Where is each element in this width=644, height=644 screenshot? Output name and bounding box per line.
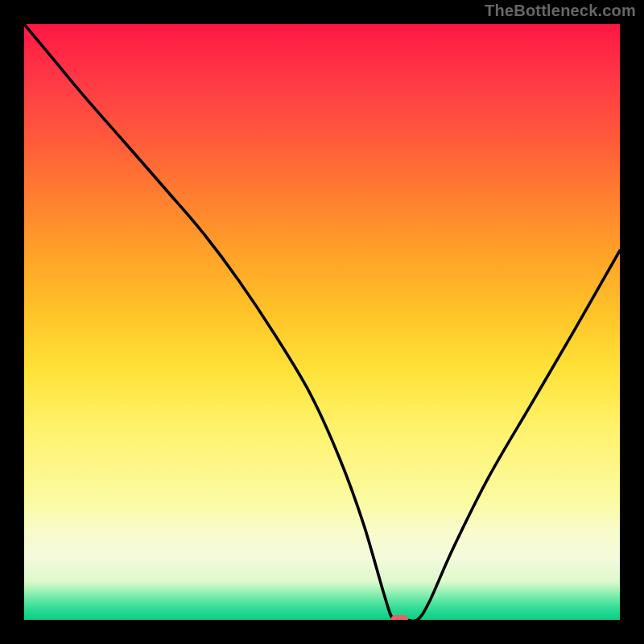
- watermark-label: TheBottleneck.com: [485, 2, 636, 20]
- bottleneck-curve: [24, 24, 620, 620]
- plot-area: [24, 24, 620, 620]
- chart-container: TheBottleneck.com: [0, 0, 644, 644]
- frame-left: [0, 0, 24, 644]
- curve-svg: [24, 24, 620, 620]
- frame-bottom: [0, 620, 644, 644]
- frame-right: [620, 0, 644, 644]
